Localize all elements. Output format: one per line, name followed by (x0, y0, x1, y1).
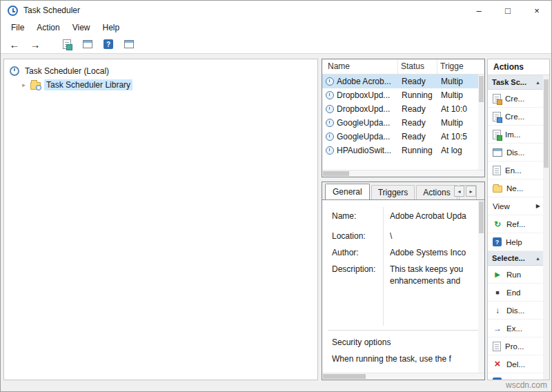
action-properties[interactable]: Pro... (488, 337, 543, 355)
task-name: Adobe Acrob... (337, 77, 391, 86)
main-area: Task Scheduler (Local) ▸ Task Scheduler … (1, 55, 551, 391)
tree-library-label: Task Scheduler Library (44, 79, 132, 90)
properties-icon (493, 342, 501, 351)
action-label: Cre... (505, 112, 524, 121)
action-label: Ref... (506, 220, 525, 228)
table-row[interactable]: DropboxUpd... Running Multip (322, 88, 478, 102)
export-list-icon (63, 39, 71, 49)
task-list-header: Name Status Trigge (322, 59, 484, 75)
help-button[interactable]: ? (100, 37, 117, 52)
menu-help[interactable]: Help (97, 21, 126, 35)
task-status: Ready (398, 118, 437, 128)
forward-button[interactable]: → (27, 37, 43, 52)
menu-action[interactable]: Action (30, 21, 66, 35)
action-help[interactable]: ? Help (488, 233, 543, 251)
action-label: End (506, 288, 520, 297)
action-import-task[interactable]: Im... (488, 126, 543, 144)
close-button[interactable]: × (522, 1, 551, 20)
watermark-text: wscdn.com (506, 380, 547, 390)
tab-actions[interactable]: Actions (416, 185, 457, 199)
collapse-arrow-icon[interactable]: ▲ (535, 80, 540, 85)
console-tree-pane: Task Scheduler (Local) ▸ Task Scheduler … (3, 59, 318, 380)
section-divider (328, 330, 479, 331)
scrollbar-thumb[interactable] (479, 76, 484, 102)
action-create-task[interactable]: Cre... (488, 108, 543, 126)
tree-item-task-scheduler-library[interactable]: ▸ Task Scheduler Library (4, 78, 317, 92)
console-tree-icon (83, 40, 92, 48)
task-scheduler-window: Task Scheduler – □ × File Action View He… (0, 0, 552, 392)
task-list-horizontal-scrollbar[interactable] (322, 170, 484, 177)
table-row[interactable]: GoogleUpda... Ready At 10:5 (322, 130, 478, 144)
tab-triggers[interactable]: Triggers (371, 185, 415, 199)
action-label: Cre... (505, 95, 524, 103)
detail-vertical-scrollbar[interactable] (478, 200, 484, 373)
column-header-status[interactable]: Status (398, 59, 437, 74)
task-list-vertical-scrollbar[interactable] (478, 75, 484, 170)
menubar: File Action View Help (1, 20, 551, 35)
export-icon (493, 324, 502, 333)
action-label: Dis... (506, 306, 524, 315)
create-task-icon (493, 112, 501, 121)
tree-root-label: Task Scheduler (Local) (23, 66, 111, 77)
export-list-button[interactable] (59, 37, 75, 52)
task-icon (326, 77, 334, 86)
scrollbar-thumb[interactable] (323, 374, 366, 379)
detail-horizontal-scrollbar[interactable] (322, 373, 484, 380)
enable-task-history-icon (493, 166, 501, 175)
window-title: Task Scheduler (23, 6, 80, 15)
minimize-button[interactable]: – (464, 1, 493, 20)
action-delete[interactable]: Del... (488, 355, 543, 373)
actions-vertical-scrollbar[interactable] (543, 75, 549, 380)
task-name: HPAudioSwit... (337, 146, 391, 155)
actions-list: Task Sc... ▲ Cre... Cre... Im... D (488, 75, 549, 380)
action-create-basic-task[interactable]: Cre... (488, 90, 543, 108)
scrollbar-thumb[interactable] (323, 171, 349, 176)
task-status: Running (398, 146, 437, 155)
scrollbar-thumb[interactable] (479, 202, 484, 233)
tab-general[interactable]: General (325, 184, 370, 199)
table-row[interactable]: Adobe Acrob... Ready Multip (322, 75, 478, 88)
end-icon (493, 287, 502, 297)
actions-section-task-scheduler-library[interactable]: Task Sc... ▲ (488, 75, 543, 90)
task-trigger: At 10:5 (437, 132, 478, 141)
show-console-tree-button[interactable] (79, 37, 96, 52)
menu-file[interactable]: File (5, 21, 30, 35)
table-row[interactable]: HPAudioSwit... Running At log (322, 144, 478, 157)
back-button[interactable]: ← (6, 37, 23, 52)
chevron-right-icon[interactable]: ▸ (21, 81, 27, 88)
partially-visible-action-item[interactable]: ? (488, 373, 543, 380)
action-view[interactable]: View ▶ (488, 197, 543, 215)
action-disable[interactable]: Dis... (488, 302, 543, 320)
tree-item-task-scheduler-local[interactable]: Task Scheduler (Local) (4, 64, 317, 78)
action-enable-task-history[interactable]: En... (488, 161, 543, 179)
action-end[interactable]: End (488, 284, 543, 302)
tab-scroll-left-icon[interactable]: ◂ (454, 186, 464, 197)
scrollbar-thumb[interactable] (544, 79, 549, 168)
task-detail-pane: General Triggers Actions Co ◂ ▸ Name: Ad… (322, 182, 485, 380)
action-export[interactable]: Ex... (488, 320, 543, 337)
action-display-running-tasks[interactable]: Dis... (488, 144, 543, 161)
location-field-label: Location: (332, 231, 366, 241)
action-refresh[interactable]: Ref... (488, 215, 543, 233)
action-label: Ne... (506, 184, 523, 193)
help-icon: ? (493, 237, 502, 246)
actions-pane-title: Actions (488, 59, 549, 75)
show-action-pane-button[interactable] (121, 37, 137, 52)
actions-section-selected-item[interactable]: Selecte... ▲ (488, 251, 543, 266)
action-label: Dis... (506, 148, 524, 157)
task-scheduler-app-icon (8, 6, 18, 16)
table-row[interactable]: DropboxUpd... Ready At 10:0 (322, 102, 478, 116)
action-run[interactable]: Run (488, 266, 543, 284)
import-task-icon (493, 130, 501, 139)
maximize-button[interactable]: □ (493, 1, 522, 20)
column-header-trigger[interactable]: Trigge (437, 59, 484, 74)
column-header-name[interactable]: Name (322, 59, 398, 74)
action-new-folder[interactable]: Ne... (488, 179, 543, 197)
submenu-arrow-icon: ▶ (536, 203, 540, 209)
collapse-arrow-icon[interactable]: ▲ (535, 256, 540, 261)
tab-scroll-right-icon[interactable]: ▸ (466, 186, 476, 197)
refresh-icon (493, 219, 502, 229)
task-icon (326, 91, 334, 99)
menu-view[interactable]: View (66, 21, 97, 35)
table-row[interactable]: GoogleUpda... Ready Multip (322, 116, 478, 130)
